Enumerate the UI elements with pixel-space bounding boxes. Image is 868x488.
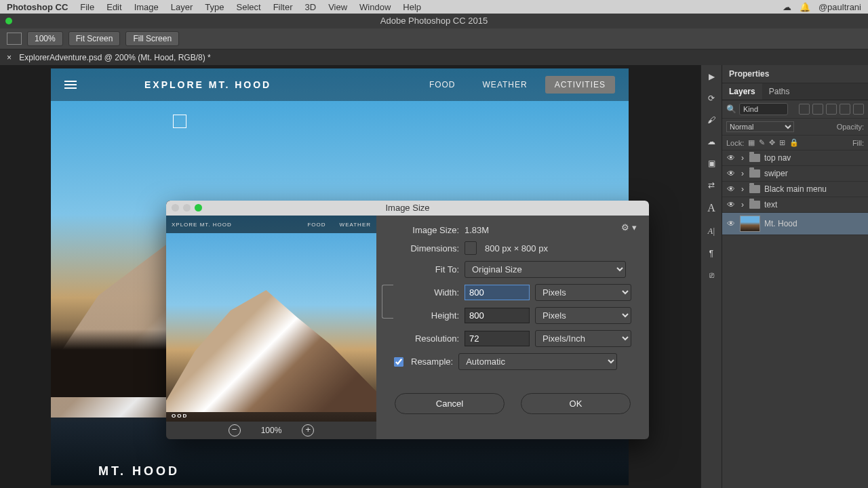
tab-layers[interactable]: Layers (722, 83, 762, 100)
menubar-user[interactable]: @paultrani (818, 2, 861, 12)
nav-activities: ACTIVITIES (545, 76, 615, 94)
constrain-link-icon[interactable] (382, 285, 393, 319)
tab-paths[interactable]: Paths (762, 83, 797, 100)
filter-shape-icon[interactable] (840, 104, 850, 115)
zoom-out-icon[interactable]: − (229, 424, 241, 436)
height-unit-select[interactable]: Pixels (535, 307, 631, 324)
zoom-level[interactable]: 100% (27, 31, 63, 46)
filter-adjust-icon[interactable] (812, 104, 823, 115)
menu-view[interactable]: View (328, 2, 347, 12)
selection-marker (173, 115, 186, 128)
menu-window[interactable]: Window (359, 2, 391, 12)
filter-pixel-icon[interactable] (799, 104, 810, 115)
dialog-titlebar[interactable]: Image Size (166, 201, 649, 216)
filter-smart-icon[interactable] (853, 104, 864, 115)
device-preview-icon[interactable]: ⎚ (709, 270, 714, 280)
libraries-icon[interactable]: ☁ (707, 137, 715, 146)
menu-image[interactable]: Image (134, 2, 159, 12)
expand-icon[interactable]: › (740, 200, 745, 209)
menu-select[interactable]: Select (236, 2, 260, 12)
height-input[interactable] (465, 308, 530, 323)
preview-title: XPLORE MT. HOOD (172, 222, 232, 228)
blend-mode-select[interactable]: Normal (726, 121, 794, 132)
expand-icon[interactable]: › (740, 153, 745, 163)
lock-position-icon[interactable]: ✥ (769, 138, 775, 147)
cancel-button[interactable]: Cancel (395, 393, 505, 414)
menubar-bell-icon[interactable]: 🔔 (800, 2, 810, 12)
menu-3d[interactable]: 3D (305, 2, 317, 12)
layer-row[interactable]: 👁› swiper (722, 166, 868, 182)
traffic-light-green[interactable] (5, 18, 12, 24)
search-icon: 🔍 (726, 104, 736, 114)
app-name: Photoshop CC (7, 2, 68, 12)
filter-type-icon[interactable] (826, 104, 837, 115)
properties-panel-header[interactable]: Properties (722, 65, 868, 83)
type-icon[interactable]: A (707, 202, 715, 214)
brush-icon[interactable]: 🖌 (707, 115, 715, 125)
visibility-icon[interactable]: 👁 (726, 169, 736, 178)
lock-artboard-icon[interactable]: ⊞ (779, 138, 785, 147)
fit-screen-button[interactable]: Fit Screen (68, 31, 121, 46)
resample-checkbox[interactable] (394, 357, 403, 367)
menu-layer[interactable]: Layer (171, 2, 193, 12)
visibility-icon[interactable]: 👁 (726, 153, 736, 163)
image-size-dialog: Image Size XPLORE MT. HOOD FOOD WEATHER … (166, 201, 649, 439)
folder-icon (749, 169, 760, 178)
layer-row[interactable]: 👁› top nav (722, 150, 868, 166)
menubar-cloud-icon[interactable]: ☁ (783, 2, 791, 12)
dialog-close-icon[interactable] (172, 204, 179, 211)
fill-screen-button[interactable]: Fill Screen (125, 31, 179, 46)
layers-list: 👁› top nav 👁› swiper 👁› Black main menu … (722, 150, 868, 488)
layer-row[interactable]: 👁› text (722, 197, 868, 213)
folder-icon (749, 201, 760, 209)
dialog-min-icon[interactable] (183, 204, 191, 211)
lock-all-icon[interactable]: 🔒 (789, 138, 799, 147)
play-icon[interactable]: ▶ (709, 72, 715, 81)
visibility-icon[interactable]: 👁 (726, 184, 736, 194)
preview-foot: OOD (172, 413, 188, 419)
document-tab-bar: × ExplorerAdventure.psd @ 200% (Mt. Hood… (0, 49, 868, 66)
layer-row[interactable]: 👁 Mt. Hood (722, 213, 868, 235)
history-icon[interactable]: ⟳ (708, 94, 715, 103)
resolution-input[interactable] (465, 331, 530, 346)
menu-file[interactable]: File (80, 2, 94, 12)
canvas-area[interactable]: EXPLORE MT. HOOD FOOD WEATHER ACTIVITIES… (0, 65, 701, 488)
os-menubar: Photoshop CC File Edit Image Layer Type … (0, 0, 868, 14)
expand-icon[interactable]: › (740, 184, 745, 194)
layer-name: swiper (764, 169, 788, 178)
layer-name: text (764, 200, 777, 209)
menu-edit[interactable]: Edit (106, 2, 121, 12)
dimensions-label: Dimensions: (391, 243, 459, 253)
width-unit-select[interactable]: Pixels (535, 284, 631, 301)
glyphs-icon[interactable]: A| (708, 226, 715, 237)
zoom-in-icon[interactable]: + (302, 424, 314, 436)
nav-food: FOOD (420, 76, 465, 94)
menu-filter[interactable]: Filter (273, 2, 293, 12)
dialog-max-icon[interactable] (195, 204, 202, 211)
menu-help[interactable]: Help (403, 2, 421, 12)
resolution-unit-select[interactable]: Pixels/Inch (535, 330, 631, 347)
paragraph-icon[interactable]: ¶ (709, 249, 713, 258)
visibility-icon[interactable]: 👁 (726, 200, 736, 209)
layer-row[interactable]: 👁› Black main menu (722, 182, 868, 197)
layer-name: top nav (764, 153, 791, 163)
dialog-form: ⚙ ▾ Image Size: 1.83M Dimensions: 800 px… (376, 216, 649, 439)
resample-select[interactable]: Automatic (458, 353, 617, 370)
artboard-icon[interactable]: ▣ (708, 159, 715, 168)
visibility-icon[interactable]: 👁 (726, 219, 736, 228)
width-input[interactable] (465, 285, 530, 300)
ok-button[interactable]: OK (521, 393, 631, 414)
layer-kind-filter[interactable] (739, 103, 788, 115)
menu-type[interactable]: Type (205, 2, 224, 12)
dimensions-unit-dropdown[interactable] (465, 241, 477, 255)
document-tab[interactable]: ExplorerAdventure.psd @ 200% (Mt. Hood, … (19, 53, 210, 62)
lock-transparency-icon[interactable]: ▦ (748, 138, 755, 147)
collapsed-panels-strip: ▶ ⟳ 🖌 ☁ ▣ ⇄ A A| ¶ ⎚ (701, 65, 722, 488)
close-tab-icon[interactable]: × (7, 49, 12, 66)
gear-icon[interactable]: ⚙ ▾ (621, 222, 637, 232)
swap-icon[interactable]: ⇄ (708, 180, 715, 190)
fit-to-select[interactable]: Original Size (465, 261, 626, 278)
lock-pixels-icon[interactable]: ✎ (759, 138, 765, 147)
expand-icon[interactable]: › (740, 169, 745, 178)
design-topnav: EXPLORE MT. HOOD FOOD WEATHER ACTIVITIES (51, 68, 629, 101)
